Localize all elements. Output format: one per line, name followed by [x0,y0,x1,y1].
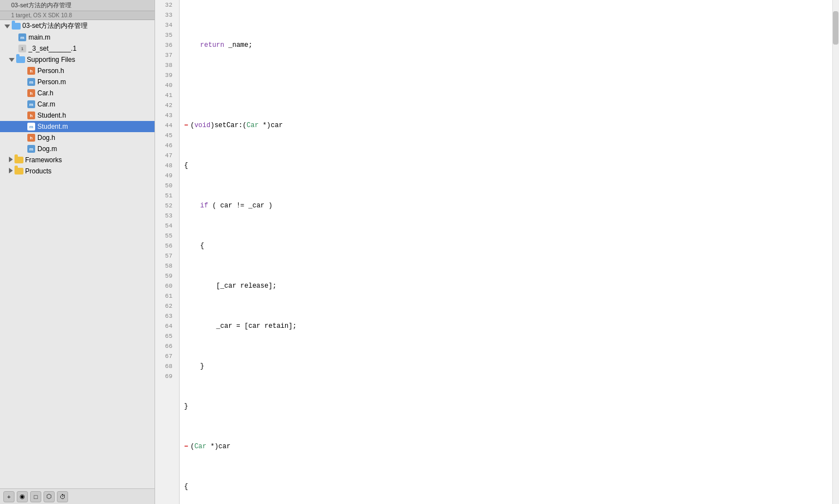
file-h-icon: h [27,133,36,142]
sidebar-item-label: 03-set方法的内存管理 [22,21,88,31]
sidebar-item-label: Person.m [37,78,66,86]
file-m-icon: m [27,144,36,153]
project-title-clipped: 03-set方法的内存管理 [11,1,71,9]
sidebar-item-frameworks[interactable]: Frameworks [0,154,155,166]
sidebar-item-dog-h[interactable]: h Dog.h [0,132,155,143]
file-m-icon: m [27,77,36,86]
code-line-42: − (Car *)car [184,442,832,452]
sidebar-item-person-m[interactable]: m Person.m [0,76,155,88]
sidebar-item-label: _3_set______.1 [28,45,76,52]
add-button[interactable]: + [3,491,15,502]
code-line-36: if ( car != _car ) [184,201,832,211]
chevron-right-icon [9,167,13,175]
code-line-33 [184,80,832,90]
sidebar-item-label: Student.h [37,112,66,119]
folder-icon [16,55,25,64]
project-header-clipped: 03-set方法的内存管理 [0,0,155,11]
file-m-icon: m [18,33,27,42]
scrollbar[interactable] [832,0,839,504]
project-target: 1 target, OS X SDK 10.8 [0,11,155,20]
file-m-icon: m [27,122,36,131]
sidebar-item-student-m[interactable]: m Student.m [0,121,155,132]
sidebar-item-products[interactable]: Products [0,166,155,177]
sidebar-item-project-root[interactable]: 03-set方法的内存管理 [0,20,155,32]
sidebar-item-person-h[interactable]: h Person.h [0,65,155,76]
code-line-34: − (void)setCar:(Car *)car [184,120,832,130]
chevron-down-icon [9,56,15,64]
sidebar-item-label: Person.h [37,67,64,75]
code-content[interactable]: 32 33 34 35 36 37 38 39 40 41 42 43 44 4… [155,0,839,504]
code-line-37: { [184,241,832,251]
sidebar-bottom-toolbar: + ◉ □ ⬡ ⏱ [0,488,155,504]
code-line-43: { [184,482,832,492]
folder-icon [15,156,23,164]
sidebar-item-label: Dog.m [37,145,57,153]
square-button[interactable]: □ [30,491,41,502]
code-line-38: [_car release]; [184,281,832,291]
sidebar-item-3set[interactable]: 1 _3_set______.1 [0,43,155,54]
sidebar-item-main-m[interactable]: m main.m [0,32,155,43]
code-line-40: } [184,361,832,371]
sidebar-item-car-m[interactable]: m Car.m [0,99,155,110]
sidebar-item-label: Student.m [37,123,68,130]
code-line-39: _car = [car retain]; [184,321,832,331]
clock-button[interactable]: ⏱ [57,491,68,502]
folder-icon [15,167,23,176]
sidebar-item-label: Car.m [37,100,55,108]
chevron-right-icon [9,156,13,164]
line-numbers: 32 33 34 35 36 37 38 39 40 41 42 43 44 4… [155,0,180,504]
file-h-icon: h [27,89,36,98]
circle-button[interactable]: ◉ [17,491,28,502]
code-lines[interactable]: return _name; − (void)setCar:(Car *)car … [180,0,832,504]
code-editor: 32 33 34 35 36 37 38 39 40 41 42 43 44 4… [155,0,839,504]
sidebar-item-car-h[interactable]: h Car.h [0,88,155,99]
chevron-down-icon [4,22,10,30]
file-h-icon: h [27,111,36,120]
sidebar-item-student-h[interactable]: h Student.h [0,110,155,121]
file-h-icon: h [27,66,36,75]
sidebar-item-label: Dog.h [37,134,55,142]
sidebar-item-label: Car.h [37,89,54,97]
file-m-icon: m [27,100,36,109]
sidebar-item-dog-m[interactable]: m Dog.m [0,143,155,154]
code-line-32: return _name; [184,40,832,50]
code-line-41: } [184,401,832,411]
code-line-35: { [184,161,832,171]
sidebar-item-supporting-files[interactable]: Supporting Files [0,54,155,65]
sidebar-item-label: Supporting Files [27,56,75,64]
folder-icon [12,22,21,31]
sidebar: 03-set方法的内存管理 1 target, OS X SDK 10.8 03… [0,0,155,504]
hex-button[interactable]: ⬡ [44,491,55,502]
sidebar-item-label: main.m [28,33,50,41]
scrollbar-thumb[interactable] [833,11,838,45]
sidebar-item-label: Frameworks [25,156,62,164]
sidebar-item-label: Products [25,167,51,175]
file-txt-icon: 1 [18,44,27,53]
